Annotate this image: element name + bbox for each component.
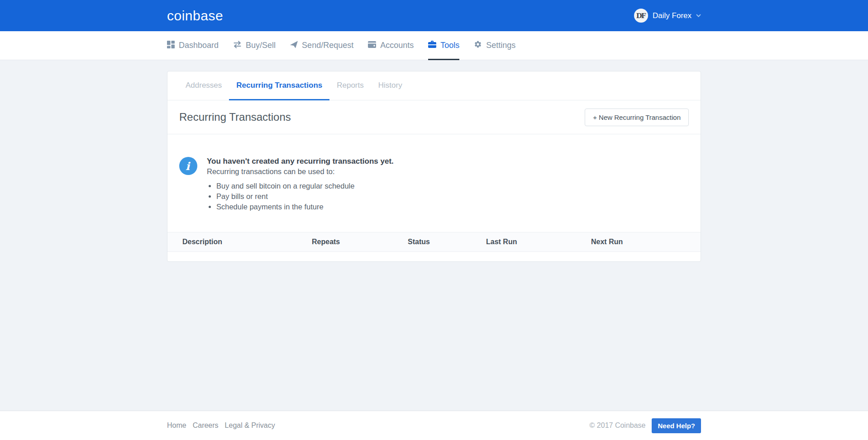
nav-item-tools[interactable]: Tools <box>428 31 459 60</box>
tab-bar: Addresses Recurring Transactions Reports… <box>167 71 701 100</box>
info-icon: i <box>179 157 197 175</box>
send-plane-icon <box>290 41 298 51</box>
tab-reports[interactable]: Reports <box>329 71 371 100</box>
copyright-text: © 2017 Coinbase <box>590 421 646 430</box>
empty-state: i You haven't created any recurring tran… <box>167 134 701 213</box>
table-header-row: Description Repeats Status Last Run Next… <box>167 232 701 252</box>
tools-briefcase-icon <box>428 41 436 50</box>
empty-state-bullets: Buy and sell bitcoin on a regular schedu… <box>216 182 394 211</box>
bullet-item: Buy and sell bitcoin on a regular schedu… <box>216 182 394 190</box>
nav-item-label: Settings <box>486 41 515 50</box>
settings-gear-icon <box>474 40 482 51</box>
empty-state-text: You haven't created any recurring transa… <box>207 157 394 213</box>
nav-item-dashboard[interactable]: Dashboard <box>167 31 219 60</box>
primary-nav: Dashboard Buy/Sell Send/Request Accounts… <box>0 31 868 60</box>
new-recurring-transaction-button[interactable]: + New Recurring Transaction <box>585 109 689 126</box>
nav-item-settings[interactable]: Settings <box>474 31 515 60</box>
coinbase-logo[interactable]: coinbase <box>167 8 223 24</box>
bullet-item: Schedule payments in the future <box>216 203 394 211</box>
footer-link-careers[interactable]: Careers <box>193 421 219 430</box>
app-header: coinbase DF Daily Forex <box>0 0 868 31</box>
tab-recurring-transactions[interactable]: Recurring Transactions <box>229 71 329 100</box>
user-name: Daily Forex <box>653 11 692 20</box>
nav-item-label: Send/Request <box>302 41 353 50</box>
recurring-transactions-card: Addresses Recurring Transactions Reports… <box>167 71 701 262</box>
nav-item-buy-sell[interactable]: Buy/Sell <box>233 31 276 60</box>
footer-link-home[interactable]: Home <box>167 421 186 430</box>
footer-links: Home Careers Legal & Privacy <box>167 421 275 430</box>
page-title: Recurring Transactions <box>179 111 291 123</box>
column-header-next-run: Next Run <box>591 238 701 246</box>
tab-addresses[interactable]: Addresses <box>178 71 229 100</box>
bullet-item: Pay bills or rent <box>216 192 394 201</box>
nav-item-send-request[interactable]: Send/Request <box>290 31 353 60</box>
empty-state-subheading: Recurring transactions can be used to: <box>207 167 394 176</box>
nav-item-label: Tools <box>440 41 459 50</box>
card-header: Recurring Transactions + New Recurring T… <box>167 100 701 134</box>
column-header-status: Status <box>408 238 486 246</box>
need-help-button[interactable]: Need Help? <box>652 418 701 433</box>
nav-item-label: Accounts <box>380 41 414 50</box>
buy-sell-arrows-icon <box>233 41 242 51</box>
user-menu[interactable]: DF Daily Forex <box>634 9 701 23</box>
footer-link-legal-privacy[interactable]: Legal & Privacy <box>225 421 275 430</box>
app-footer: Home Careers Legal & Privacy © 2017 Coin… <box>0 411 868 440</box>
nav-item-label: Dashboard <box>179 41 219 50</box>
dashboard-grid-icon <box>167 41 175 51</box>
column-header-description: Description <box>182 238 312 246</box>
column-header-repeats: Repeats <box>312 238 408 246</box>
empty-state-heading: You haven't created any recurring transa… <box>207 157 394 166</box>
footer-right: © 2017 Coinbase Need Help? <box>590 418 701 433</box>
column-header-last-run: Last Run <box>486 238 591 246</box>
nav-item-accounts[interactable]: Accounts <box>368 31 414 60</box>
main-content: Addresses Recurring Transactions Reports… <box>0 60 868 411</box>
chevron-down-icon <box>696 14 701 17</box>
avatar: DF <box>634 9 648 23</box>
nav-item-label: Buy/Sell <box>246 41 276 50</box>
accounts-wallet-icon <box>368 41 376 50</box>
tab-history[interactable]: History <box>371 71 410 100</box>
